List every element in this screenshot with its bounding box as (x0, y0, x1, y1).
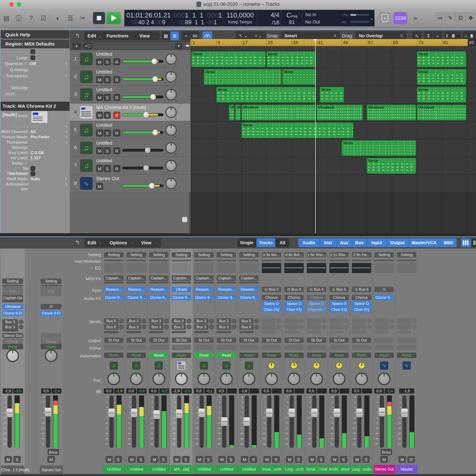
send-ghost-slot[interactable] (397, 318, 411, 324)
send-empty-slot[interactable] (127, 331, 141, 333)
channel-mute-button[interactable]: M (380, 456, 388, 463)
fader-track[interactable] (46, 395, 50, 448)
midi-fx-slot[interactable]: Captain... (104, 275, 123, 281)
grid-view-button[interactable]: ▦ (162, 32, 170, 40)
row-value[interactable]: 1 127 (31, 155, 62, 160)
midi-region[interactable]: Verse (417, 87, 466, 103)
output-slot[interactable]: St Out (329, 338, 349, 343)
track-mute-button[interactable]: M (96, 94, 103, 101)
fader-track[interactable] (357, 395, 361, 448)
volume-slider[interactable] (122, 167, 163, 170)
send-empty-slot[interactable] (239, 331, 254, 333)
audio-fx-slot[interactable]: Channel... (307, 307, 326, 312)
channel-name[interactable]: Smal...l Hall (306, 465, 327, 474)
volume-readout[interactable]: 0,0 (284, 389, 294, 393)
channel-solo-button[interactable]: S (250, 456, 257, 463)
stepper-icon[interactable]: ⇅ (24, 161, 28, 166)
send-ghost-slot[interactable] (284, 324, 299, 330)
collapse-arrows-icon[interactable]: ◀▶ (185, 43, 190, 49)
group-slot[interactable] (374, 345, 394, 350)
automation-slot[interactable]: Read (262, 353, 281, 358)
channel-name[interactable]: Stereo Out (40, 465, 63, 474)
volume-slider[interactable] (122, 96, 163, 98)
midi-fx-empty-slot[interactable] (172, 282, 191, 284)
send-level-knob[interactable] (232, 319, 237, 323)
audio-fx-slot[interactable]: Space D (329, 301, 349, 306)
group-slot[interactable] (149, 345, 169, 350)
send-level-knob[interactable] (254, 325, 259, 329)
pan-knob[interactable] (153, 373, 165, 385)
row-value[interactable]: All (31, 129, 62, 134)
scissors-icon[interactable]: ✂ (78, 13, 88, 23)
channel-name[interactable]: Stereo Out (374, 465, 395, 474)
channel-name[interactable]: Chro...t 2 [multi] (1, 465, 24, 474)
pan-knob[interactable] (45, 349, 57, 362)
media-browser-icon[interactable]: ❖ (465, 12, 476, 24)
volume-readout[interactable]: -2,9 (3, 389, 13, 393)
track-solo-button[interactable]: S (104, 112, 111, 119)
send-empty-slot[interactable] (2, 329, 18, 332)
more-disclosure[interactable]: More (5, 91, 24, 97)
group-slot[interactable]: Group (2, 339, 23, 344)
volume-thumb[interactable] (143, 112, 149, 118)
group-slot[interactable] (104, 345, 123, 350)
mixer-view-columns-button[interactable] (461, 238, 471, 247)
track-record-button[interactable]: R (113, 147, 120, 154)
channel-setting-button[interactable]: 0.1s Sho... (329, 252, 349, 257)
inspector-icon[interactable]: ⓘ (14, 13, 24, 23)
automation-button[interactable]: ⌁ (182, 32, 190, 40)
send-level-knob[interactable] (19, 320, 23, 324)
audio-fx-slot[interactable]: Ozone 9... (239, 295, 259, 300)
audio-fx-slot[interactable]: Ozone 9... (149, 295, 169, 300)
send-level-knob[interactable] (141, 325, 146, 329)
output-slot[interactable]: St Out (194, 338, 214, 343)
low-latency-icon[interactable]: ◐ (53, 13, 63, 23)
send-slot[interactable]: Bus 3 (149, 324, 163, 330)
send-slot[interactable]: Bus 3 (217, 324, 231, 330)
audio-fx-slot[interactable]: Chan EQ (284, 307, 304, 312)
mixer-filter-audio[interactable]: Audio (298, 238, 319, 247)
automation-slot[interactable]: Read (374, 353, 394, 358)
track-header[interactable]: 4MA Chroma Kit 2 [multi]MSRLR (70, 103, 190, 121)
midi-region[interactable]: Verse (417, 51, 466, 67)
input-slot[interactable]: Reason... (127, 287, 146, 292)
volume-slider[interactable] (122, 78, 163, 81)
midi-region[interactable]: Verse (266, 51, 316, 67)
volume-thumb[interactable] (143, 165, 149, 171)
audio-fx-slot[interactable]: Chorus (352, 295, 371, 300)
track-solo-button[interactable]: S (104, 147, 111, 154)
track-header[interactable]: 6♫UntitledMSRLR (70, 139, 190, 157)
stepper-icon[interactable]: ⇅ (24, 61, 28, 67)
pan-knob[interactable] (165, 53, 177, 65)
send-slot[interactable]: Bus 3 (127, 324, 141, 330)
stepper-icon[interactable]: ⇅ (65, 182, 69, 187)
input-slot[interactable]: ⊙ Bus 6 (352, 287, 371, 292)
volume-readout[interactable]: 0,0 (374, 389, 384, 393)
arrange-lanes[interactable]: VerseVerseVerseVerseVerseVerseVerseVerse… (190, 49, 476, 233)
pan-knob[interactable] (165, 124, 177, 136)
channel-setting-button[interactable]: Setting (239, 252, 259, 257)
channel-name[interactable]: Larg...tudio (351, 465, 373, 474)
row-value[interactable]: Pre Fader (31, 135, 62, 139)
volume-readout[interactable]: 0,0 (329, 389, 339, 393)
automation-slot[interactable]: Read (2, 344, 23, 349)
mixer-scope-all[interactable]: All (275, 238, 289, 247)
pan-knob[interactable] (288, 373, 300, 385)
pan-knob[interactable] (378, 373, 391, 385)
midi-region[interactable]: Verse (216, 87, 316, 103)
input-slot[interactable]: Ultrabeat (2, 304, 23, 309)
midi-fx-slot[interactable]: Captain... (194, 275, 214, 281)
pan-knob[interactable] (165, 160, 177, 171)
send-slot[interactable]: Bus 3 (2, 324, 18, 330)
volume-readout[interactable]: 0,0 (149, 389, 159, 393)
send-slot[interactable]: Bus 3 (172, 318, 186, 324)
send-ghost-slot[interactable] (374, 324, 389, 330)
volume-readout[interactable]: -1,5 (399, 389, 414, 393)
volume-thumb[interactable] (152, 76, 158, 82)
track-solo-button[interactable]: S (104, 76, 111, 83)
midi-fx-empty-slot[interactable] (127, 282, 146, 284)
midi-region[interactable]: Ultrabeat (367, 104, 416, 120)
fader-thumb[interactable] (379, 408, 385, 416)
send-slot[interactable]: Bus 6 (104, 324, 118, 330)
volume-thumb[interactable] (149, 183, 155, 189)
